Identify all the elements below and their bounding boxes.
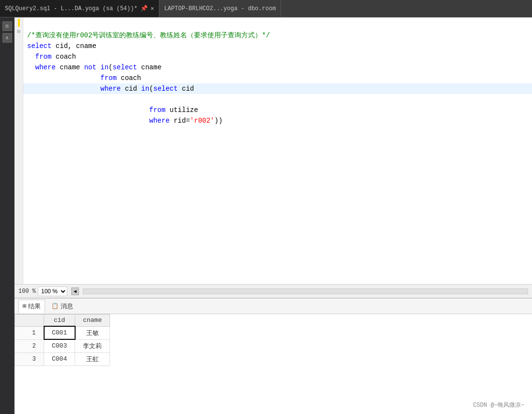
line-where3: where rid='r002'))	[27, 117, 222, 125]
line-from2: from coach	[27, 74, 141, 82]
line-where1: where cname not in(select cname	[27, 64, 161, 71]
row-num-2: 2	[15, 339, 44, 352]
row-cname-3: 王虹	[75, 352, 110, 366]
zoom-label: 100 %	[18, 288, 36, 295]
line-select: select cid, cname	[27, 42, 96, 50]
row-cid-3: C004	[44, 352, 75, 366]
results-table-container[interactable]: cid cname 1 C001 王敏 2 C003 李	[15, 314, 532, 414]
tab-messages[interactable]: 📋 消息	[47, 300, 78, 313]
results-label: 结果	[28, 302, 41, 311]
status-bar: 100 % 100 % 75 % 125 % 150 % ◀	[15, 284, 532, 298]
tab-sqlquery2-label: SQLQuery2.sql - L...DA.yoga (sa (54))*	[5, 5, 138, 12]
content-area: ⊟ /*查询没有使用r002号训练室的教练编号、教练姓名（要求使用子查询方式）*…	[15, 17, 532, 414]
sidebar-btn-2[interactable]: ∧	[2, 33, 12, 43]
table-row: 3 C004 王虹	[15, 352, 110, 366]
line-comment: /*查询没有使用r002号训练室的教练编号、教练姓名（要求使用子查询方式）*/	[27, 32, 270, 39]
table-row: 1 C001 王敏	[15, 326, 110, 339]
line-from3: from utilize	[27, 106, 198, 114]
row-num-3: 3	[15, 352, 44, 366]
line-from: from coach	[27, 53, 76, 61]
col-header-cname: cname	[75, 315, 110, 327]
row-cname-2: 李文莉	[75, 339, 110, 352]
tab-bar: SQLQuery2.sql - L...DA.yoga (sa (54))* 📌…	[0, 0, 532, 17]
zoom-select[interactable]: 100 % 100 % 75 % 125 % 150 %	[18, 287, 67, 296]
messages-icon: 📋	[51, 303, 59, 310]
results-panel: ⊞ 结果 📋 消息 cid cname	[15, 298, 532, 414]
row-cid-1: C001	[44, 326, 75, 339]
row-cid-2: C003	[44, 339, 75, 352]
results-tabs: ⊞ 结果 📋 消息	[15, 299, 532, 314]
watermark: CSDN @~晚风微凉~	[473, 401, 524, 409]
tab-room[interactable]: LAPTOP-BRLHCO2...yoga - dbo.room	[159, 0, 281, 17]
pin-icon: 📌	[141, 5, 148, 12]
results-table: cid cname 1 C001 王敏 2 C003 李	[15, 314, 110, 366]
code-lines[interactable]: /*查询没有使用r002号训练室的教练编号、教练姓名（要求使用子查询方式）*/ …	[23, 17, 532, 284]
main-area: ⊟ ∧ ⊟ /*查询没有使用r002号训练室的教	[0, 17, 532, 414]
line-where2: where cid in(select cid	[23, 83, 532, 94]
scrollbar-track[interactable]	[83, 288, 528, 294]
gutter: ⊟	[15, 17, 23, 284]
zoom-dropdown[interactable]: 100 % 75 % 125 % 150 %	[38, 287, 67, 296]
table-row: 2 C003 李文莉	[15, 339, 110, 352]
tab-sqlquery2[interactable]: SQLQuery2.sql - L...DA.yoga (sa (54))* 📌…	[0, 0, 159, 17]
tab-results[interactable]: ⊞ 结果	[18, 300, 45, 313]
gutter-marker-1	[18, 19, 20, 27]
col-header-empty	[15, 315, 44, 327]
editor-area[interactable]: ⊟ /*查询没有使用r002号训练室的教练编号、教练姓名（要求使用子查询方式）*…	[15, 17, 532, 284]
col-header-cid: cid	[44, 315, 75, 327]
close-icon[interactable]: ✕	[151, 5, 154, 12]
tab-room-label: LAPTOP-BRLHCO2...yoga - dbo.room	[164, 5, 276, 12]
sidebar-btn-1[interactable]: ⊟	[2, 21, 12, 31]
messages-label: 消息	[61, 302, 73, 311]
results-icon: ⊞	[23, 303, 26, 310]
row-cname-1: 王敏	[75, 326, 110, 339]
row-num-1: 1	[15, 326, 44, 339]
sidebar: ⊟ ∧	[0, 17, 15, 414]
code-container: ⊟ /*查询没有使用r002号训练室的教练编号、教练姓名（要求使用子查询方式）*…	[15, 17, 532, 284]
gutter-collapse-1[interactable]: ⊟	[17, 28, 20, 35]
scroll-left-arrow[interactable]: ◀	[71, 287, 79, 295]
